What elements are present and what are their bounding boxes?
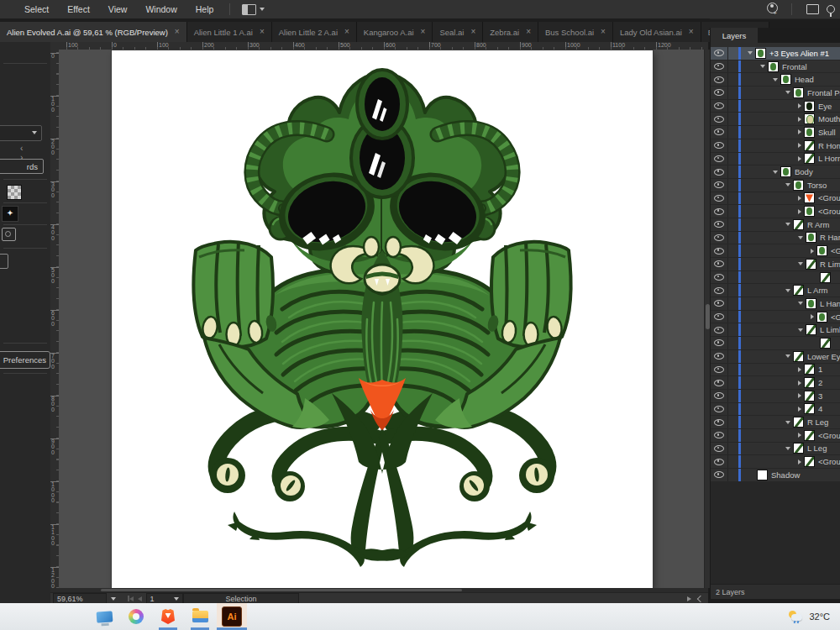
chevron-right-icon[interactable] [798, 433, 801, 438]
chevron-right-icon[interactable] [798, 103, 801, 108]
menu-select[interactable]: Select [15, 0, 58, 18]
chevron-right-icon[interactable] [811, 249, 814, 254]
menu-help[interactable]: Help [186, 0, 223, 18]
visibility-cell[interactable] [711, 376, 728, 389]
left-panel-dropdown[interactable] [0, 125, 42, 141]
visibility-cell[interactable] [711, 47, 728, 60]
chevron-right-icon[interactable] [798, 196, 801, 201]
chevron-right-icon[interactable] [798, 407, 801, 412]
layer-row[interactable]: L Arm [711, 284, 840, 297]
visibility-cell[interactable] [711, 192, 728, 205]
visibility-eye-icon[interactable] [714, 195, 724, 202]
clipped-button[interactable] [0, 254, 8, 269]
layer-row[interactable]: R Leg [711, 416, 840, 429]
chevron-down-icon[interactable] [785, 447, 790, 450]
workspace-switcher-icon[interactable] [242, 4, 256, 15]
chevron-down-icon[interactable] [111, 597, 116, 601]
visibility-cell[interactable] [711, 113, 728, 125]
visibility-cell[interactable] [711, 153, 728, 165]
visibility-cell[interactable] [711, 284, 728, 297]
chevron-down-icon[interactable] [798, 328, 803, 332]
visibility-cell[interactable] [711, 60, 728, 73]
visibility-eye-icon[interactable] [714, 181, 724, 188]
chevron-right-icon[interactable] [798, 459, 801, 465]
visibility-eye-icon[interactable] [714, 419, 724, 426]
taskbar-app-explorer[interactable] [185, 603, 215, 630]
close-icon[interactable]: × [344, 28, 349, 36]
visibility-eye-icon[interactable] [714, 76, 724, 83]
snap-options-icon[interactable]: ✦ [2, 206, 18, 222]
layer-row[interactable]: 1 [711, 364, 840, 377]
visibility-eye-icon[interactable] [714, 129, 724, 135]
layer-row[interactable]: L Hand [711, 297, 840, 311]
visibility-eye-icon[interactable] [714, 287, 724, 294]
visibility-cell[interactable] [711, 443, 728, 455]
visibility-cell[interactable] [711, 390, 728, 402]
chevron-down-icon[interactable] [798, 236, 803, 239]
visibility-eye-icon[interactable] [714, 142, 724, 149]
layer-row[interactable]: Head [711, 73, 840, 87]
chevron-down-icon[interactable] [785, 289, 790, 292]
visibility-cell[interactable] [711, 244, 728, 257]
previous-artboard-button[interactable] [138, 596, 142, 601]
visibility-eye-icon[interactable] [714, 432, 724, 438]
close-icon[interactable]: × [470, 28, 475, 36]
visibility-cell[interactable] [711, 297, 728, 310]
visibility-eye-icon[interactable] [714, 63, 724, 70]
visibility-eye-icon[interactable] [714, 392, 724, 399]
visibility-cell[interactable] [711, 139, 728, 152]
visibility-cell[interactable] [711, 311, 728, 323]
chevron-down-icon[interactable] [260, 8, 265, 11]
layer-row[interactable] [711, 337, 840, 350]
close-icon[interactable]: × [421, 28, 426, 36]
visibility-eye-icon[interactable] [714, 366, 724, 373]
visibility-cell[interactable] [711, 429, 728, 442]
layer-row[interactable]: 4 [711, 403, 840, 417]
layer-row[interactable]: Frontal Prof [711, 87, 840, 100]
layer-row[interactable]: Lower Eyes [711, 350, 840, 364]
search-icon[interactable] [827, 5, 835, 13]
visibility-eye-icon[interactable] [714, 89, 724, 96]
status-flyout-icon[interactable] [687, 596, 691, 601]
first-artboard-button[interactable] [128, 596, 134, 601]
visibility-cell[interactable] [711, 323, 728, 336]
visibility-eye-icon[interactable] [714, 234, 724, 241]
layer-row[interactable]: +3 Eyes Alien #1 [711, 47, 840, 60]
chevron-right-icon[interactable] [798, 381, 801, 386]
chevron-right-icon[interactable] [811, 314, 814, 319]
visibility-eye-icon[interactable] [714, 102, 724, 109]
layer-row[interactable]: R Arm [711, 218, 840, 232]
document-tab[interactable]: Kangaroo A.ai× [357, 22, 433, 42]
visibility-eye-icon[interactable] [714, 327, 724, 333]
visibility-eye-icon[interactable] [714, 445, 724, 452]
chevron-down-icon[interactable] [785, 91, 790, 94]
chevron-right-icon[interactable] [798, 367, 801, 372]
visibility-cell[interactable] [711, 165, 728, 178]
close-icon[interactable]: × [175, 28, 180, 36]
layers-panel-tab[interactable]: Layers [711, 28, 758, 43]
layer-row[interactable]: <Grou [711, 192, 840, 206]
visibility-eye-icon[interactable] [714, 300, 724, 307]
taskbar-app-desktop[interactable] [89, 603, 119, 630]
chevron-down-icon[interactable] [773, 78, 778, 81]
visibility-eye-icon[interactable] [714, 248, 724, 255]
layer-row[interactable]: R Horn [711, 139, 840, 153]
chevron-right-icon[interactable] [798, 143, 801, 148]
layer-row[interactable]: <Grou [711, 205, 840, 218]
visibility-cell[interactable] [711, 403, 728, 416]
chevron-down-icon[interactable] [773, 171, 778, 174]
chevron-right-icon[interactable] [798, 156, 801, 161]
taskbar-app-paint[interactable] [121, 603, 151, 630]
visibility-cell[interactable] [711, 416, 728, 428]
collapse-panel-icon[interactable] [697, 595, 704, 601]
layer-row[interactable]: Frontal [711, 60, 840, 74]
close-icon[interactable]: × [526, 28, 531, 36]
chevron-down-icon[interactable] [785, 223, 790, 226]
taskbar-app-brave[interactable] [153, 603, 183, 630]
visibility-cell[interactable] [711, 232, 728, 244]
visibility-eye-icon[interactable] [714, 274, 724, 281]
chevron-down-icon[interactable] [760, 65, 765, 68]
chevron-right-icon[interactable] [798, 129, 801, 134]
canvas-pasteboard[interactable] [59, 50, 704, 588]
chevron-down-icon[interactable] [785, 354, 790, 358]
